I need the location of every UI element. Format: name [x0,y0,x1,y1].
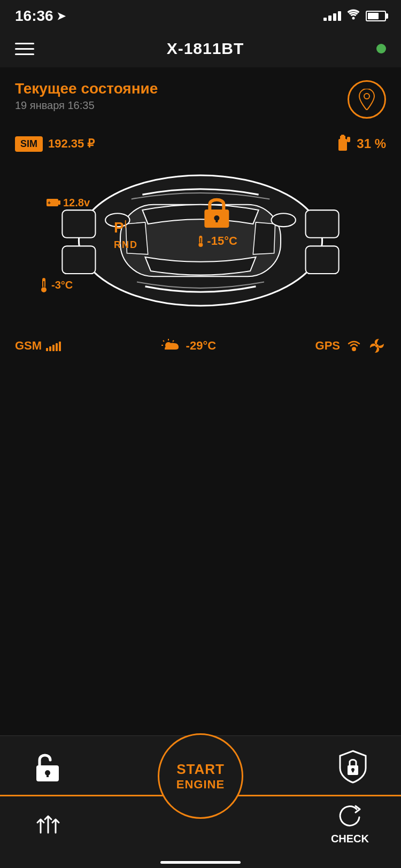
gsm-signal-icon [46,340,61,351]
svg-rect-22 [216,218,218,222]
wifi-icon [346,9,360,23]
menu-button[interactable] [15,43,34,55]
status-bottom-row: GSM -29°C GPS [15,331,386,360]
sim-badge: SIM 192.35 ₽ [15,136,95,152]
svg-rect-12 [306,210,339,238]
gear-indicator: P| RND [114,219,138,251]
sim-label: SIM [15,136,43,152]
svg-point-1 [364,94,369,99]
status-icons [323,9,386,23]
gsm-section: GSM [15,339,61,353]
time-display: 16:36 [15,7,53,25]
bottom-bar-top: START ENGINE [0,736,401,789]
home-indicator [160,861,241,864]
fuel-badge: 31 % [337,135,386,153]
start-engine-button[interactable]: START ENGINE [158,733,243,819]
engine-label: ENGINE [176,778,225,792]
fan-speed-icon [32,809,64,838]
outside-temp-value: -3°C [51,279,73,291]
weather-icon [160,338,182,354]
stats-row: SIM 192.35 ₽ 31 % [15,135,386,153]
svg-rect-3 [347,137,350,142]
svg-line-30 [173,340,174,342]
battery-indicator: + 12.8v [46,197,90,209]
battery-icon [366,11,386,21]
gps-label: GPS [315,339,340,353]
gsm-label: GSM [15,339,42,353]
svg-point-31 [352,347,356,351]
bottom-action-bar: START ENGINE [0,735,401,868]
weather-section: -29°C [160,338,216,354]
battery-voltage: 12.8v [63,197,90,209]
svg-rect-10 [62,210,95,238]
interior-temp: -15°C [196,234,237,248]
outside-temp: -3°C [38,277,73,293]
svg-text:+: + [48,200,51,206]
lock-status: -15°C [196,192,237,248]
shield-lock-icon [337,749,369,784]
check-label: CHECK [331,833,369,845]
device-title: X-1811BT [167,40,244,58]
main-content: Текущее состояние 19 января 16:35 SIM 19… [0,67,401,384]
interior-temp-value: -15°C [207,234,237,248]
status-time: 16:36 ➤ [15,7,66,25]
svg-rect-38 [352,770,354,772]
current-state-title: Текущее состояние [15,80,158,97]
svg-rect-35 [47,773,49,777]
svg-rect-11 [62,246,95,274]
location-arrow-icon: ➤ [57,10,66,22]
svg-point-0 [352,17,355,20]
weather-temp: -29°C [186,339,216,353]
fan-speed-button[interactable] [32,809,64,840]
current-state-section: Текущее состояние 19 января 16:35 [15,80,386,119]
location-button[interactable] [348,80,386,119]
current-state-date: 19 января 16:35 [15,99,158,112]
car-diagram: + 12.8v -3°C P| RND [15,160,386,321]
fuel-percent: 31 % [357,136,386,151]
signal-bars-icon [323,11,341,21]
current-state-text: Текущее состояние 19 января 16:35 [15,80,158,112]
check-refresh-icon [335,804,365,831]
bottom-spacer [0,384,401,533]
fan-icon [368,337,386,355]
svg-rect-13 [306,246,339,274]
lock-button[interactable] [337,749,369,786]
svg-rect-15 [58,200,60,205]
svg-point-18 [41,287,47,292]
svg-line-29 [163,340,164,342]
online-status-dot [376,44,386,53]
start-label: START [176,761,225,778]
check-button[interactable]: CHECK [331,804,369,845]
svg-rect-5 [341,135,344,137]
sim-balance: 192.35 ₽ [48,137,95,151]
app-header: X-1811BT [0,30,401,67]
unlock-button[interactable] [32,750,70,785]
unlock-icon [32,750,70,782]
gps-signal-icon [345,338,363,353]
svg-rect-2 [338,139,347,151]
svg-point-9 [271,213,296,227]
svg-point-24 [198,243,203,247]
svg-point-32 [375,344,379,347]
gps-section: GPS [315,337,386,355]
status-bar: 16:36 ➤ [0,0,401,30]
